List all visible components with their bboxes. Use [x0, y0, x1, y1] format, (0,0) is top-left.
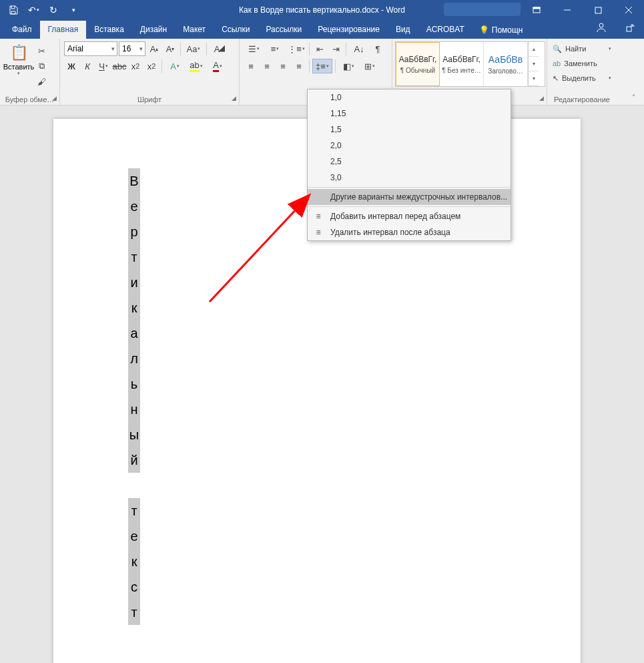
spacing-2-0[interactable]: 2,0	[308, 138, 511, 154]
tab-mailings[interactable]: Рассылки	[258, 21, 310, 39]
remove-after-label: Удалить интервал после абзаца	[330, 228, 450, 237]
spacing-2-5[interactable]: 2,5	[308, 154, 511, 170]
grow-font-icon[interactable]: A▴	[147, 41, 162, 56]
bold-icon[interactable]: Ж	[64, 59, 79, 73]
tab-layout[interactable]: Макет	[175, 21, 214, 39]
save-icon[interactable]	[4, 1, 23, 19]
font-size-combo[interactable]: 16▾	[119, 41, 145, 56]
spacing-label: 1,0	[330, 93, 342, 102]
bullets-icon[interactable]: ☰▾	[244, 41, 264, 56]
titlebar: ↶▾ ↻ ▾ Как в Ворде писать вертикально.do…	[0, 0, 644, 20]
styles-more[interactable]: ▴▾▾	[528, 42, 539, 86]
tab-references[interactable]: Ссылки	[214, 21, 258, 39]
style-preview: АаБбВв	[489, 54, 523, 65]
multilevel-icon[interactable]: ⋮≡▾	[286, 41, 306, 56]
vertical-text-selection[interactable]: Вертикальныйтекст	[128, 168, 140, 625]
char: ь	[128, 371, 140, 397]
tab-acrobat[interactable]: ACROBAT	[418, 21, 472, 39]
ribbon-options-icon[interactable]	[521, 0, 552, 20]
font-launcher-icon[interactable]: ◢	[230, 95, 238, 103]
style-heading1[interactable]: АаБбВв Заголово…	[484, 42, 528, 86]
tab-design[interactable]: Дизайн	[132, 21, 175, 39]
align-left-icon[interactable]: ≡	[244, 59, 258, 73]
char: т	[128, 498, 140, 523]
line-spacing-menu: 1,0 1,15 1,5 2,0 2,5 3,0 Другие варианты…	[307, 89, 511, 241]
char: н	[128, 397, 140, 422]
clipboard-launcher-icon[interactable]: ◢	[50, 95, 58, 103]
collapse-ribbon-icon[interactable]: ˄	[632, 93, 641, 103]
remove-space-after[interactable]: ≡Удалить интервал после абзаца	[308, 224, 511, 240]
numbering-icon[interactable]: ≡▾	[265, 41, 285, 56]
window-title: Как в Ворде писать вертикально.docx - Wo…	[239, 5, 405, 15]
tab-file[interactable]: Файл	[4, 21, 40, 39]
decrease-indent-icon[interactable]: ⇤	[312, 41, 327, 56]
superscript-icon[interactable]: x2	[144, 59, 159, 73]
format-painter-icon[interactable]: 🖌	[35, 75, 48, 88]
char: с	[128, 574, 140, 600]
clear-format-icon[interactable]: A◢	[210, 41, 224, 56]
add-space-before[interactable]: ≡Добавить интервал перед абзацем	[308, 208, 511, 224]
style-preview: АаБбВвГг,	[442, 55, 480, 64]
highlight-icon[interactable]: ab▾	[186, 59, 206, 73]
paste-icon: 📋	[10, 44, 28, 61]
replace-button[interactable]: abЗаменить	[551, 56, 613, 71]
tab-view[interactable]: Вид	[388, 21, 418, 39]
copy-icon[interactable]: ⧉	[35, 59, 48, 73]
shading-icon[interactable]: ◧▾	[338, 59, 358, 73]
line-spacing-button[interactable]: ‡≡▾	[312, 59, 332, 73]
cut-icon[interactable]: ✂	[35, 44, 48, 57]
spacing-options[interactable]: Другие варианты междустрочных интервалов…	[308, 189, 511, 205]
close-icon[interactable]	[613, 0, 644, 20]
align-center-icon[interactable]: ≡	[260, 59, 274, 73]
share-icon[interactable]	[616, 19, 644, 39]
increase-indent-icon[interactable]: ⇥	[328, 41, 343, 56]
strike-icon[interactable]: abc	[112, 59, 127, 73]
minimize-icon[interactable]	[552, 0, 583, 20]
sort-icon[interactable]: A↓	[349, 41, 369, 56]
align-right-icon[interactable]: ≡	[276, 59, 290, 73]
tell-me[interactable]: 💡Помощн	[472, 21, 530, 39]
tab-home[interactable]: Главная	[40, 21, 87, 39]
spacing-1-5[interactable]: 1,5	[308, 122, 511, 138]
redo-icon[interactable]: ↻	[44, 1, 63, 19]
spacing-3-0[interactable]: 3,0	[308, 170, 511, 186]
paste-button[interactable]: 📋 Вставить ▾	[4, 41, 33, 88]
text-effects-icon[interactable]: A▾	[165, 59, 185, 73]
font-color-icon[interactable]: A▾	[208, 59, 228, 73]
space-after-icon: ≡	[313, 228, 324, 237]
char: й	[128, 447, 140, 473]
tab-insert[interactable]: Вставка	[86, 21, 132, 39]
undo-icon[interactable]: ↶▾	[24, 1, 43, 19]
spacing-1-0[interactable]: 1,0	[308, 89, 511, 105]
style-nospacing[interactable]: АаБбВвГг, ¶ Без инте…	[440, 42, 484, 86]
italic-icon[interactable]: К	[80, 59, 95, 73]
tab-review[interactable]: Рецензирование	[310, 21, 388, 39]
qat-more-icon[interactable]: ▾	[64, 1, 83, 19]
account-icon[interactable]	[587, 18, 616, 39]
style-normal[interactable]: АаБбВвГг, ¶ Обычный	[396, 42, 440, 86]
borders-icon[interactable]: ⊞▾	[360, 59, 380, 73]
justify-icon[interactable]: ≡	[292, 59, 306, 73]
group-editing: 🔍Найти▾ abЗаменить ↖Выделить▾ Редактиров…	[547, 39, 617, 105]
show-marks-icon[interactable]: ¶	[370, 41, 385, 56]
font-name-combo[interactable]: Arial▾	[64, 41, 117, 56]
spacing-more-label: Другие варианты междустрочных интервалов…	[330, 192, 507, 202]
char: ы	[128, 422, 140, 447]
underline-icon[interactable]: Ч▾	[96, 59, 111, 73]
char: В	[128, 168, 140, 194]
char: е	[128, 523, 140, 549]
maximize-icon[interactable]	[583, 0, 613, 20]
shrink-font-icon[interactable]: A▾	[163, 41, 178, 56]
spacing-1-15[interactable]: 1,15	[308, 105, 511, 122]
change-case-icon[interactable]: Aa▾	[184, 41, 204, 56]
styles-launcher-icon[interactable]: ◢	[537, 95, 545, 103]
select-button[interactable]: ↖Выделить▾	[551, 71, 613, 85]
font-size-value: 16	[122, 44, 131, 53]
group-label-editing: Редактирование	[547, 95, 617, 103]
select-label: Выделить	[562, 74, 596, 82]
char	[128, 473, 140, 498]
char: л	[128, 346, 140, 371]
subscript-icon[interactable]: x2	[128, 59, 143, 73]
find-button[interactable]: 🔍Найти▾	[551, 41, 613, 56]
quick-access-toolbar: ↶▾ ↻ ▾	[0, 1, 83, 19]
